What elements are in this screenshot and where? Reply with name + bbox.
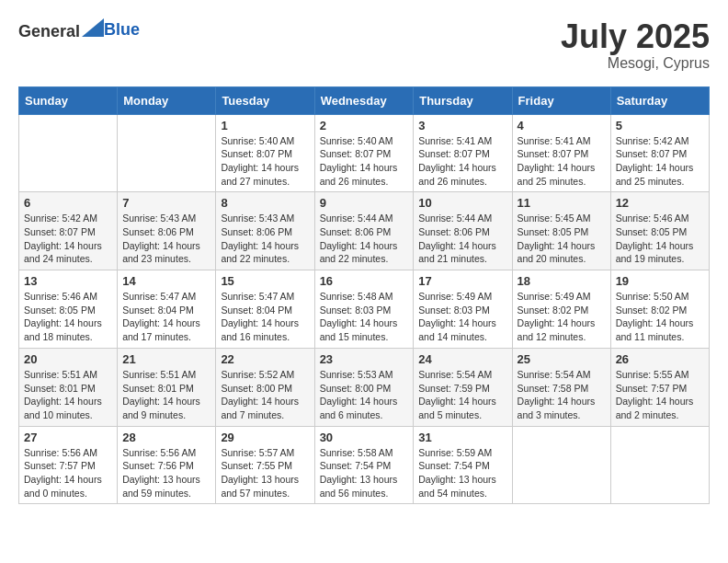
- calendar-cell: 22Sunrise: 5:52 AMSunset: 8:00 PMDayligh…: [216, 348, 314, 426]
- calendar-cell: 18Sunrise: 5:49 AMSunset: 8:02 PMDayligh…: [512, 270, 610, 349]
- cell-info: Sunset: 8:05 PM: [616, 225, 704, 239]
- calendar-cell: [19, 114, 118, 192]
- day-header-friday: Friday: [512, 86, 610, 114]
- cell-info: Daylight: 14 hours and 7 minutes.: [221, 395, 309, 421]
- cell-info: Sunset: 8:04 PM: [122, 304, 210, 317]
- day-number: 26: [616, 352, 704, 366]
- day-number: 12: [616, 196, 704, 210]
- cell-info: Daylight: 14 hours and 10 minutes.: [24, 395, 112, 421]
- cell-info: Sunset: 8:07 PM: [221, 147, 309, 161]
- header: General Blue July 2025 Mesogi, Cyprus: [18, 18, 710, 72]
- day-number: 15: [221, 274, 309, 288]
- day-number: 14: [122, 274, 210, 288]
- cell-info: Daylight: 13 hours and 56 minutes.: [320, 473, 409, 500]
- cell-info: Sunset: 7:57 PM: [24, 459, 112, 473]
- cell-info: Sunrise: 5:48 AM: [320, 290, 409, 304]
- cell-info: Daylight: 14 hours and 27 minutes.: [221, 161, 309, 188]
- cell-info: Sunset: 8:01 PM: [24, 382, 112, 396]
- day-number: 30: [320, 431, 409, 444]
- location-title: Mesogi, Cyprus: [561, 55, 710, 72]
- calendar-cell: 10Sunrise: 5:44 AMSunset: 8:06 PMDayligh…: [414, 192, 512, 270]
- cell-info: Sunset: 8:03 PM: [418, 304, 506, 317]
- day-number: 22: [221, 352, 309, 366]
- calendar-cell: 11Sunrise: 5:45 AMSunset: 8:05 PMDayligh…: [512, 192, 610, 270]
- cell-info: Daylight: 14 hours and 11 minutes.: [616, 316, 704, 343]
- cell-info: Sunset: 7:59 PM: [418, 382, 506, 396]
- cell-info: Daylight: 14 hours and 0 minutes.: [24, 473, 112, 500]
- cell-info: Daylight: 14 hours and 12 minutes.: [518, 316, 606, 343]
- calendar-cell: [610, 426, 709, 504]
- cell-info: Sunset: 7:57 PM: [616, 382, 704, 396]
- cell-info: Sunrise: 5:46 AM: [616, 212, 704, 225]
- calendar-week-1: 1Sunrise: 5:40 AMSunset: 8:07 PMDaylight…: [19, 114, 710, 192]
- cell-info: Sunset: 7:58 PM: [518, 382, 606, 396]
- calendar-table: SundayMondayTuesdayWednesdayThursdayFrid…: [18, 86, 710, 505]
- cell-info: Daylight: 14 hours and 5 minutes.: [418, 395, 506, 421]
- cell-info: Sunset: 8:05 PM: [24, 304, 112, 317]
- cell-info: Sunset: 8:07 PM: [518, 147, 606, 161]
- calendar-cell: 14Sunrise: 5:47 AMSunset: 8:04 PMDayligh…: [118, 270, 216, 349]
- cell-info: Sunrise: 5:51 AM: [24, 368, 112, 382]
- day-header-sunday: Sunday: [19, 86, 118, 114]
- cell-info: Daylight: 14 hours and 21 minutes.: [418, 239, 506, 266]
- cell-info: Daylight: 14 hours and 17 minutes.: [122, 316, 210, 343]
- logo: General Blue: [18, 18, 140, 41]
- calendar-cell: [118, 114, 216, 192]
- cell-info: Sunset: 7:54 PM: [320, 459, 409, 473]
- day-number: 23: [320, 352, 409, 366]
- day-number: 31: [418, 431, 506, 444]
- cell-info: Sunset: 8:05 PM: [518, 225, 606, 239]
- calendar-cell: 25Sunrise: 5:54 AMSunset: 7:58 PMDayligh…: [512, 348, 610, 426]
- calendar-cell: 1Sunrise: 5:40 AMSunset: 8:07 PMDaylight…: [216, 114, 314, 192]
- calendar-header-row: SundayMondayTuesdayWednesdayThursdayFrid…: [19, 86, 710, 114]
- cell-info: Sunrise: 5:59 AM: [418, 446, 506, 460]
- cell-info: Daylight: 14 hours and 23 minutes.: [122, 239, 210, 266]
- calendar-cell: 4Sunrise: 5:41 AMSunset: 8:07 PMDaylight…: [512, 114, 610, 192]
- day-header-thursday: Thursday: [414, 86, 512, 114]
- cell-info: Sunrise: 5:54 AM: [518, 368, 606, 382]
- cell-info: Sunrise: 5:41 AM: [518, 134, 606, 148]
- day-number: 19: [616, 274, 704, 288]
- calendar-cell: 9Sunrise: 5:44 AMSunset: 8:06 PMDaylight…: [314, 192, 414, 270]
- cell-info: Sunset: 8:02 PM: [518, 304, 606, 317]
- logo-blue: Blue: [104, 20, 140, 39]
- cell-info: Daylight: 14 hours and 26 minutes.: [418, 161, 506, 188]
- cell-info: Sunrise: 5:56 AM: [24, 446, 112, 460]
- calendar-cell: 28Sunrise: 5:56 AMSunset: 7:56 PMDayligh…: [118, 426, 216, 504]
- cell-info: Sunset: 8:07 PM: [320, 147, 409, 161]
- calendar-cell: 3Sunrise: 5:41 AMSunset: 8:07 PMDaylight…: [414, 114, 512, 192]
- cell-info: Sunrise: 5:51 AM: [122, 368, 210, 382]
- calendar-cell: 16Sunrise: 5:48 AMSunset: 8:03 PMDayligh…: [314, 270, 414, 349]
- cell-info: Daylight: 14 hours and 3 minutes.: [518, 395, 606, 421]
- cell-info: Sunrise: 5:50 AM: [616, 290, 704, 304]
- day-number: 25: [518, 352, 606, 366]
- cell-info: Sunset: 8:07 PM: [616, 147, 704, 161]
- month-title: July 2025: [561, 18, 710, 55]
- cell-info: Daylight: 14 hours and 19 minutes.: [616, 239, 704, 266]
- cell-info: Sunrise: 5:58 AM: [320, 446, 409, 460]
- day-number: 16: [320, 274, 409, 288]
- cell-info: Daylight: 14 hours and 25 minutes.: [616, 161, 704, 188]
- svg-marker-0: [82, 18, 104, 37]
- cell-info: Sunset: 7:54 PM: [418, 459, 506, 473]
- logo-general: General: [18, 22, 80, 40]
- cell-info: Daylight: 14 hours and 18 minutes.: [24, 316, 112, 343]
- cell-info: Sunset: 8:04 PM: [221, 304, 309, 317]
- calendar-cell: 30Sunrise: 5:58 AMSunset: 7:54 PMDayligh…: [314, 426, 414, 504]
- calendar-cell: 23Sunrise: 5:53 AMSunset: 8:00 PMDayligh…: [314, 348, 414, 426]
- calendar-cell: 24Sunrise: 5:54 AMSunset: 7:59 PMDayligh…: [414, 348, 512, 426]
- calendar-cell: [512, 426, 610, 504]
- cell-info: Daylight: 14 hours and 9 minutes.: [122, 395, 210, 421]
- cell-info: Sunset: 8:02 PM: [616, 304, 704, 317]
- cell-info: Sunrise: 5:55 AM: [616, 368, 704, 382]
- cell-info: Daylight: 14 hours and 26 minutes.: [320, 161, 409, 188]
- cell-info: Daylight: 14 hours and 14 minutes.: [418, 316, 506, 343]
- day-number: 2: [320, 119, 409, 132]
- cell-info: Sunrise: 5:44 AM: [320, 212, 409, 225]
- cell-info: Daylight: 14 hours and 25 minutes.: [518, 161, 606, 188]
- day-number: 28: [122, 431, 210, 444]
- day-number: 20: [24, 352, 112, 366]
- cell-info: Sunset: 7:56 PM: [122, 459, 210, 473]
- day-header-tuesday: Tuesday: [216, 86, 314, 114]
- cell-info: Sunrise: 5:44 AM: [418, 212, 506, 225]
